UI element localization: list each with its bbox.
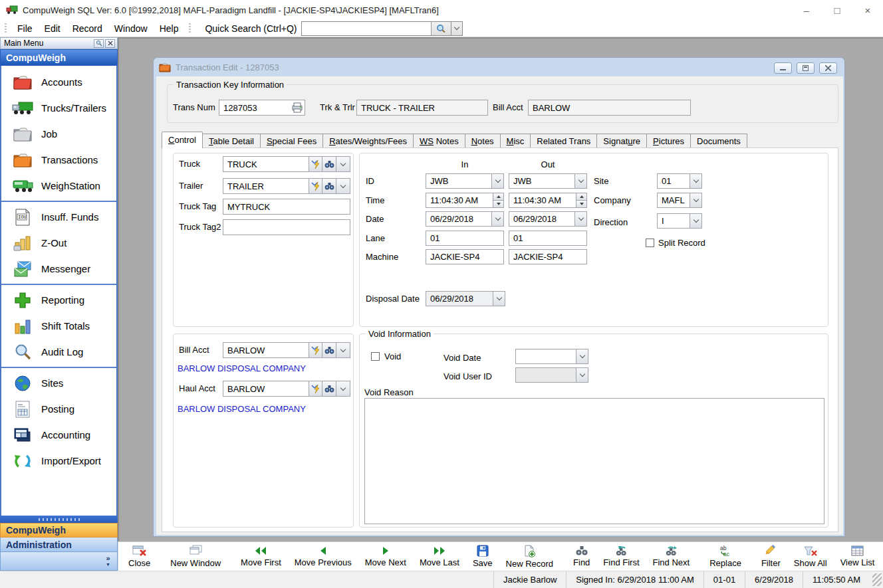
quick-search-dropdown[interactable] (451, 21, 463, 36)
chevron-down-icon[interactable] (491, 173, 504, 189)
new-record-button[interactable]: New Record (499, 542, 561, 571)
tab-signature[interactable]: Signature (597, 134, 647, 148)
menu-file[interactable]: File (11, 21, 39, 37)
tab-control[interactable]: Control (162, 132, 203, 148)
quick-pick-icon[interactable] (309, 342, 322, 358)
replace-button[interactable]: abac Replace (703, 542, 748, 571)
chevron-down-icon[interactable] (576, 349, 588, 364)
chevron-down-icon[interactable] (336, 178, 350, 194)
sidebar-item-import-export[interactable]: Import/Export (1, 448, 116, 474)
move-first-button[interactable]: Move First (234, 542, 288, 571)
chevron-down-icon[interactable] (336, 156, 350, 172)
sidebar-band-administration[interactable]: Administration (0, 538, 118, 552)
save-button[interactable]: Save (466, 542, 499, 571)
sidebar-item-posting[interactable]: Posting (1, 396, 116, 422)
truck-tag-field[interactable]: MYTRUCK (223, 199, 350, 215)
sidebar-item-accounts[interactable]: Accounts (1, 69, 116, 95)
tab-notes[interactable]: Notes (465, 134, 501, 148)
minimize-button[interactable]: – (791, 0, 822, 20)
split-record-checkbox[interactable] (646, 239, 654, 247)
tab-pictures[interactable]: Pictures (647, 134, 691, 148)
chevron-down-icon[interactable] (574, 211, 587, 227)
direction-dropdown[interactable]: I (657, 213, 702, 229)
lookup-binoculars-icon[interactable] (322, 381, 336, 397)
transaction-window-titlebar[interactable]: Transaction Edit - 1287053 (154, 58, 844, 76)
menu-window[interactable]: Window (108, 21, 154, 37)
time-out-spinner[interactable]: 11:04:30 AM (509, 193, 587, 208)
tab-table-detail[interactable]: Table Detail (203, 134, 261, 148)
move-previous-button[interactable]: Move Previous (288, 542, 358, 571)
quick-pick-icon[interactable] (309, 178, 322, 194)
sidebar-item-job[interactable]: Job (1, 121, 116, 147)
find-button[interactable]: Find (567, 542, 596, 571)
sidebar-item-trucks-trailers[interactable]: Trucks/Trailers (1, 95, 116, 121)
lookup-binoculars-icon[interactable] (322, 178, 336, 194)
chevron-down-icon[interactable] (336, 342, 350, 358)
chevron-down-icon[interactable] (576, 367, 588, 383)
truck-tag2-field[interactable] (223, 219, 350, 235)
tab-special-fees[interactable]: Special Fees (261, 134, 323, 148)
filter-button[interactable]: Filter (755, 542, 787, 571)
tab-related-trans[interactable]: Related Trans (531, 134, 597, 148)
chevron-down-icon[interactable] (493, 291, 505, 306)
close-button[interactable]: × (852, 0, 883, 20)
truck-combo[interactable]: TRUCK (223, 156, 350, 172)
move-last-button[interactable]: Move Last (413, 542, 466, 571)
menu-help[interactable]: Help (154, 21, 185, 37)
chevron-down-icon[interactable] (690, 213, 702, 229)
tab-documents[interactable]: Documents (691, 134, 747, 148)
new-window-button[interactable]: New Window (164, 542, 227, 571)
find-next-button[interactable]: Find Next (646, 542, 697, 571)
view-list-button[interactable]: View List (834, 542, 882, 571)
sidebar-group-header[interactable]: CompuWeigh (0, 49, 118, 66)
haul-acct-combo[interactable]: BARLOW (223, 381, 350, 397)
close-record-button[interactable]: Close (122, 542, 157, 571)
sidebar-item-accounting[interactable]: Accounting (1, 422, 116, 448)
bill-acct-key-field[interactable]: BARLOW (528, 100, 691, 116)
machine-in-field[interactable]: JACKIE-SP4 (426, 249, 504, 264)
tab-rates-weights-fees[interactable]: Rates/Weights/Fees (323, 134, 414, 148)
sidebar-band-expander[interactable]: » ▼ (0, 552, 118, 571)
search-icon[interactable] (431, 22, 451, 35)
sidebar-item-z-out[interactable]: Z-Out (1, 230, 116, 256)
pin-icon[interactable] (94, 39, 104, 48)
menu-edit[interactable]: Edit (39, 21, 66, 37)
quick-pick-icon[interactable] (309, 381, 322, 397)
date-out-dropdown[interactable]: 06/29/2018 (509, 211, 587, 227)
site-dropdown[interactable]: 01 (657, 173, 702, 189)
lane-out-field[interactable]: 01 (509, 231, 587, 246)
sidebar-item-audit-log[interactable]: Audit Log (1, 339, 116, 365)
mdi-close-button[interactable] (819, 62, 837, 74)
trk-trlr-field[interactable]: TRUCK - TRAILER (356, 100, 488, 116)
void-reason-textarea[interactable] (364, 398, 824, 524)
close-panel-icon[interactable] (105, 39, 115, 48)
chevron-down-icon[interactable] (690, 173, 702, 189)
maximize-button[interactable]: □ (822, 0, 852, 20)
id-out-dropdown[interactable]: JWB (509, 173, 587, 189)
sidebar-item-weighstation[interactable]: WeighStation (1, 173, 116, 199)
sidebar-band-compuweigh[interactable]: CompuWeigh (0, 523, 118, 538)
sidebar-splitter[interactable] (0, 516, 118, 523)
void-date-dropdown[interactable] (515, 349, 588, 364)
mdi-restore-button[interactable] (797, 62, 815, 74)
show-all-button[interactable]: Show All (787, 542, 834, 571)
quick-search-input[interactable] (302, 22, 431, 35)
lookup-binoculars-icon[interactable] (322, 156, 336, 172)
bill-account-name-link[interactable]: BARLOW DISPOSAL COMPANY (178, 363, 306, 373)
tab-misc[interactable]: Misc (501, 134, 531, 148)
id-in-dropdown[interactable]: JWB (426, 173, 504, 189)
sidebar-item-messenger[interactable]: Messenger (1, 256, 116, 282)
lane-in-field[interactable]: 01 (426, 231, 504, 246)
spin-down-icon[interactable] (576, 200, 586, 207)
sidebar-item-reporting[interactable]: Reporting (1, 287, 116, 313)
chevron-down-icon[interactable] (574, 173, 587, 189)
spin-up-icon[interactable] (576, 193, 586, 200)
sidebar-item-insuff-funds[interactable]: IOU Insuff. Funds (1, 204, 116, 230)
chevron-down-icon[interactable] (491, 211, 504, 227)
quick-pick-icon[interactable] (309, 156, 322, 172)
bill-acct-combo[interactable]: BARLOW (223, 342, 350, 358)
void-user-dropdown[interactable] (515, 367, 588, 383)
time-in-spinner[interactable]: 11:04:30 AM (426, 193, 504, 208)
disposal-date-dropdown[interactable]: 06/29/2018 (426, 291, 505, 306)
spin-down-icon[interactable] (493, 200, 503, 207)
